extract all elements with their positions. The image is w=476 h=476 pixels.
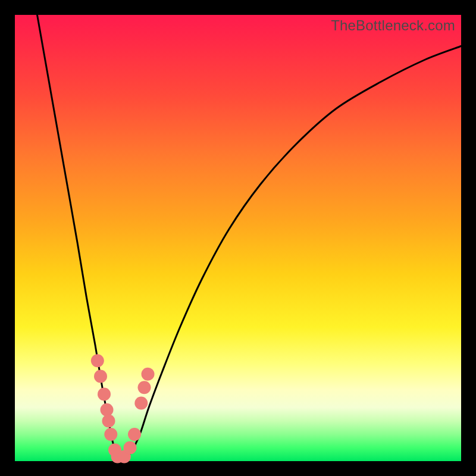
marker-point — [134, 397, 148, 410]
marker-point — [94, 370, 107, 383]
marker-point — [142, 368, 155, 381]
marker-point — [104, 428, 117, 441]
chart-svg — [15, 15, 461, 461]
chart-frame: TheBottleneck.com — [0, 0, 476, 476]
marker-point — [98, 388, 111, 401]
marker-point — [128, 428, 141, 441]
highlight-markers — [91, 354, 155, 463]
marker-point — [101, 403, 114, 416]
marker-point — [102, 415, 115, 428]
marker-point — [91, 354, 104, 367]
marker-point — [138, 381, 151, 394]
plot-area: TheBottleneck.com — [15, 15, 461, 461]
marker-point — [124, 441, 137, 455]
